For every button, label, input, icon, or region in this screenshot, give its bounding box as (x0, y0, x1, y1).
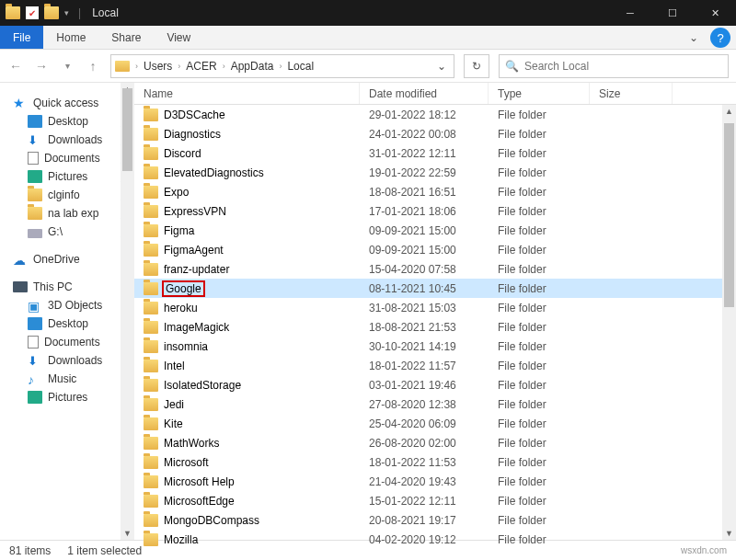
table-row[interactable]: MicrosoftEdge15-01-2022 12:11File folder (134, 491, 736, 510)
scroll-thumb[interactable] (724, 123, 734, 307)
table-row[interactable]: Expo18-08-2021 16:51File folder (134, 182, 736, 201)
sidebar-item[interactable]: G:\📌 (0, 223, 134, 241)
sidebar-item[interactable]: ⬇Downloads (0, 351, 134, 370)
folder-icon (144, 533, 158, 546)
table-row[interactable]: Google08-11-2021 10:45File folder (134, 279, 736, 298)
column-size[interactable]: Size (590, 83, 673, 104)
qat-folder-icon[interactable] (44, 6, 59, 19)
up-button[interactable]: ↑ (85, 58, 101, 74)
sidebar-item[interactable]: Pictures (0, 388, 134, 406)
breadcrumb[interactable]: AppData (227, 60, 278, 73)
table-row[interactable]: Diagnostics24-01-2022 00:08File folder (134, 124, 736, 143)
minimize-button[interactable]: ─ (609, 0, 651, 26)
sidebar-item[interactable]: Desktop (0, 314, 134, 333)
breadcrumb[interactable]: Users (140, 60, 176, 73)
ribbon-expand-icon[interactable]: ⌄ (683, 26, 705, 49)
folder-icon (144, 398, 158, 411)
table-row[interactable]: Microsoft Help21-04-2020 19:43File folde… (134, 472, 736, 491)
search-input[interactable] (524, 60, 722, 73)
close-button[interactable]: ✕ (694, 0, 736, 26)
crumb-sep-icon[interactable]: › (279, 62, 282, 71)
file-date: 09-09-2021 15:00 (360, 224, 489, 237)
sidebar-item[interactable]: ⬇Downloads📌 (0, 131, 134, 149)
table-row[interactable]: ExpressVPN17-01-2021 18:06File folder (134, 201, 736, 221)
sidebar-item[interactable]: Pictures📌 (0, 167, 134, 186)
address-bar[interactable]: › Users › ACER › AppData › Local ⌄ (110, 54, 454, 78)
sidebar-item-label: Downloads (48, 354, 102, 367)
table-row[interactable]: ElevatedDiagnostics19-01-2022 22:59File … (134, 163, 736, 182)
breadcrumb[interactable]: ACER (182, 60, 220, 73)
table-row[interactable]: IsolatedStorage03-01-2021 19:46File fold… (134, 375, 736, 394)
table-row[interactable]: Discord31-01-2022 12:11File folder (134, 143, 736, 163)
list-scrollbar[interactable]: ▲ ▼ (722, 105, 736, 540)
forward-button[interactable]: → (33, 58, 50, 74)
sidebar-item[interactable]: Desktop📌 (0, 112, 134, 131)
file-date: 29-01-2022 18:12 (360, 109, 489, 121)
sidebar-item[interactable]: ♪Music (0, 370, 134, 388)
scroll-down-icon[interactable]: ▼ (121, 527, 134, 540)
table-row[interactable]: Jedi27-08-2020 12:38File folder (134, 394, 736, 414)
tab-share[interactable]: Share (98, 26, 154, 49)
table-row[interactable]: franz-updater15-04-2020 07:58File folder (134, 259, 736, 279)
column-date[interactable]: Date modified (360, 83, 489, 104)
table-row[interactable]: insomnia30-10-2021 14:19File folder (134, 337, 736, 356)
file-menu[interactable]: File (0, 26, 43, 49)
qat-dropdown-icon[interactable]: ▾ (64, 8, 69, 17)
table-row[interactable]: Mozilla04-02-2020 19:12File folder (134, 530, 736, 549)
sidebar-item-label: Desktop (48, 317, 88, 330)
file-date: 18-01-2022 11:57 (360, 360, 489, 372)
this-pc-header[interactable]: This PC (0, 278, 134, 296)
sidebar-item[interactable]: na lab exp📌 (0, 204, 134, 223)
scroll-thumb[interactable] (122, 88, 132, 171)
table-row[interactable]: MongoDBCompass20-08-2021 19:17File folde… (134, 510, 736, 530)
qat-check-icon[interactable]: ✔ (26, 6, 39, 19)
scroll-up-icon[interactable]: ▲ (722, 105, 736, 118)
file-date: 31-01-2022 12:11 (360, 147, 489, 160)
search-box[interactable]: 🔍 (499, 54, 729, 78)
file-name: insomnia (164, 340, 208, 353)
tab-view[interactable]: View (154, 26, 203, 49)
quick-access-header[interactable]: ★ Quick access (0, 94, 134, 112)
sidebar-item[interactable]: ▣3D Objects (0, 296, 134, 314)
app-folder-icon (6, 6, 20, 19)
crumb-sep-icon[interactable]: › (223, 62, 225, 71)
sidebar-item[interactable]: Documents (0, 333, 134, 351)
table-row[interactable]: heroku31-08-2021 15:03File folder (134, 298, 736, 317)
scroll-down-icon[interactable]: ▼ (722, 527, 736, 540)
navpane-scrollbar[interactable]: ▲ ▼ (121, 83, 134, 540)
dl-icon: ⬇ (28, 354, 42, 367)
refresh-button[interactable]: ↻ (464, 54, 489, 78)
address-dropdown-icon[interactable]: ⌄ (430, 60, 454, 73)
help-icon[interactable]: ? (710, 28, 730, 48)
pc-icon (13, 281, 28, 292)
cube-icon: ▣ (28, 299, 42, 312)
column-name[interactable]: Name (134, 83, 360, 104)
title-bar: ✔ ▾ | Local ─ ☐ ✕ (0, 0, 736, 26)
crumb-sep-icon[interactable]: › (178, 62, 180, 71)
table-row[interactable]: Kite25-04-2020 06:09File folder (134, 414, 736, 433)
sidebar-item[interactable]: Documents📌 (0, 149, 134, 167)
recent-locations-button[interactable]: ▾ (59, 58, 75, 74)
back-button[interactable]: ← (7, 58, 24, 74)
file-name: D3DSCache (164, 109, 225, 121)
column-type[interactable]: Type (489, 83, 590, 104)
onedrive-header[interactable]: ☁ OneDrive (0, 250, 134, 269)
breadcrumb[interactable]: Local (283, 60, 317, 73)
file-name: franz-updater (164, 263, 229, 276)
file-type: File folder (489, 437, 590, 450)
table-row[interactable]: MathWorks26-08-2020 02:00File folder (134, 433, 736, 452)
tab-home[interactable]: Home (43, 26, 98, 49)
table-row[interactable]: Microsoft18-01-2022 11:53File folder (134, 452, 736, 472)
pic-icon (28, 170, 42, 183)
file-type: File folder (489, 302, 590, 314)
table-row[interactable]: ImageMagick18-08-2021 21:53File folder (134, 317, 736, 337)
sidebar-item[interactable]: clginfo📌 (0, 186, 134, 204)
table-row[interactable]: Intel18-01-2022 11:57File folder (134, 356, 736, 375)
file-type: File folder (489, 417, 590, 430)
table-row[interactable]: FigmaAgent09-09-2021 15:00File folder (134, 240, 736, 259)
crumb-sep-icon[interactable]: › (135, 62, 138, 71)
file-name: FigmaAgent (164, 244, 224, 257)
table-row[interactable]: Figma09-09-2021 15:00File folder (134, 221, 736, 240)
table-row[interactable]: D3DSCache29-01-2022 18:12File folder (134, 105, 736, 124)
maximize-button[interactable]: ☐ (651, 0, 694, 26)
